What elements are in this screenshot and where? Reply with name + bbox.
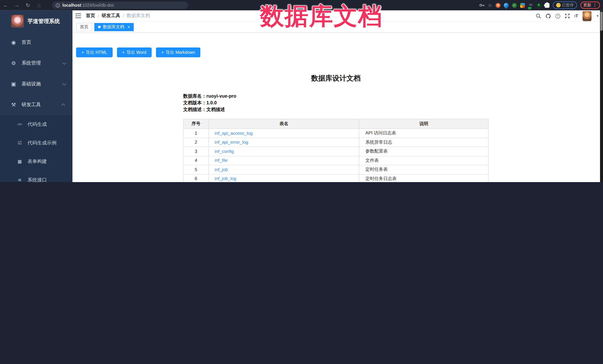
shield-check-icon: ☑ xyxy=(16,140,23,145)
tab-首页[interactable]: 首页 xyxy=(76,23,92,31)
sidebar-item-表单构建[interactable]: ▦表单构建 xyxy=(0,152,72,171)
plus-icon: + xyxy=(81,50,84,55)
sliders-icon: ≋ xyxy=(16,177,23,182)
breadcrumb-item: 数据库文档 xyxy=(127,13,150,19)
user-avatar[interactable] xyxy=(583,11,591,21)
sidebar-item-代码生成示例[interactable]: ☑代码生成示例 xyxy=(0,134,72,152)
sidebar-item-系统管理[interactable]: ⚙系统管理 xyxy=(0,53,72,74)
font-size-icon[interactable]: tT xyxy=(574,13,578,19)
emoji-extension-icon xyxy=(556,3,560,7)
sidebar-item-代码生成[interactable]: </>代码生成 xyxy=(0,115,72,134)
table-name-link[interactable]: inf_api_error_log xyxy=(215,140,248,145)
table-row: 3inf_config参数配置表 xyxy=(183,147,488,156)
url-text[interactable]: localhost:1024/tool/db-doc xyxy=(62,3,114,7)
cell-index: 5 xyxy=(183,165,209,174)
on-badge: on xyxy=(528,7,531,9)
cell-index: 4 xyxy=(183,156,209,165)
gear-icon: ⚙ xyxy=(11,60,17,66)
extension-icon[interactable] xyxy=(520,3,525,8)
address-bar[interactable]: i localhost:1024/tool/db-doc xyxy=(52,1,188,9)
extensions-puzzle-icon[interactable] xyxy=(545,3,549,8)
github-icon[interactable] xyxy=(545,13,551,19)
sidebar-item-label: 系统管理 xyxy=(22,60,62,66)
app-logo-row[interactable]: 芋道管理系统 xyxy=(0,11,72,32)
info-value: 文档描述 xyxy=(206,107,225,112)
table-row: 4inf_file文件表 xyxy=(183,156,488,165)
site-info-icon[interactable]: i xyxy=(56,3,60,7)
chevron-down-icon xyxy=(62,61,66,64)
table-row: 6inf_job_log定时任务日志表 xyxy=(183,174,488,182)
collapse-sidebar-icon[interactable] xyxy=(72,13,84,19)
table-name-link[interactable]: inf_api_access_log xyxy=(215,131,253,136)
close-icon[interactable]: ✕ xyxy=(127,25,130,29)
help-icon[interactable]: ? xyxy=(556,13,560,18)
plus-icon: + xyxy=(161,50,164,55)
document-info-line: 数据库名：ruoyi-vue-pro xyxy=(183,93,603,99)
export-button-导出-word[interactable]: +导出 Word xyxy=(117,47,151,57)
cell-description: 文件表 xyxy=(359,156,488,165)
export-button-row: +导出 HTML+导出 Word+导出 Markdown xyxy=(76,47,603,57)
button-label: 导出 HTML xyxy=(86,50,107,55)
cell-index: 2 xyxy=(183,138,209,147)
extension-icon[interactable]: on xyxy=(528,3,533,8)
browser-menu-icon[interactable]: ⋮ xyxy=(592,3,597,7)
extension-icon[interactable] xyxy=(536,3,541,8)
breadcrumb-item[interactable]: 研发工具 xyxy=(102,13,120,19)
export-button-导出-markdown[interactable]: +导出 Markdown xyxy=(156,47,200,57)
annotation-watermark: 数据库文档 xyxy=(260,0,383,32)
cell-table-name: inf_job xyxy=(209,165,359,174)
extension-icon[interactable] xyxy=(512,3,517,8)
breadcrumb-separator: / xyxy=(123,13,124,18)
sidebar-item-label: 首页 xyxy=(22,39,65,46)
extension-icon[interactable] xyxy=(495,3,500,8)
table-name-link[interactable]: inf_file xyxy=(215,158,228,163)
sidebar-item-label: 系统接口 xyxy=(27,177,47,182)
scrollbar-thumb[interactable] xyxy=(600,11,603,31)
sidebar-item-label: 基础设施 xyxy=(22,81,62,87)
scrollbar-track[interactable] xyxy=(600,11,603,182)
cell-description: API 访问日志表 xyxy=(359,129,488,138)
cell-index: 6 xyxy=(183,174,209,182)
home-icon[interactable]: ⌂ xyxy=(34,2,45,8)
document-title: 数据库设计文档 xyxy=(183,74,488,83)
table-name-link[interactable]: inf_config xyxy=(215,149,234,154)
cell-index: 1 xyxy=(183,129,209,138)
fullscreen-icon[interactable] xyxy=(565,13,570,19)
browser-update-button[interactable]: 更新 ⋮ xyxy=(580,1,600,9)
dashboard-icon: ◉ xyxy=(11,39,17,45)
back-icon[interactable]: ← xyxy=(0,2,11,8)
table-row: 5inf_job定时任务表 xyxy=(183,165,488,174)
sidebar-item-系统接口[interactable]: ≋系统接口 xyxy=(0,171,72,182)
info-label: 文档版本： xyxy=(183,100,206,105)
chevron-down-icon[interactable]: ▼ xyxy=(596,14,599,18)
code-icon: </> xyxy=(16,122,23,126)
table-row: 2inf_api_error_log系统异常日志 xyxy=(183,138,488,147)
tab-数据库文档[interactable]: 数据库文档✕ xyxy=(94,23,134,31)
reload-icon[interactable]: ↻ xyxy=(22,2,34,8)
extension-icon[interactable] xyxy=(503,2,510,9)
password-key-icon[interactable] xyxy=(479,3,485,7)
button-label: 导出 Markdown xyxy=(166,50,195,55)
cell-table-name: inf_api_access_log xyxy=(209,129,359,138)
sidebar-item-基础设施[interactable]: ▣基础设施 xyxy=(0,74,72,94)
active-tab-dot xyxy=(98,26,101,28)
forward-icon[interactable]: → xyxy=(11,2,22,8)
sidebar-item-研发工具[interactable]: ⚒研发工具 xyxy=(0,94,72,115)
app-title: 芋道管理系统 xyxy=(27,18,60,25)
breadcrumb-item[interactable]: 首页 xyxy=(86,13,95,19)
search-icon[interactable] xyxy=(536,13,541,19)
sidebar-item-label: 表单构建 xyxy=(27,158,47,165)
cell-table-name: inf_api_error_log xyxy=(209,138,359,147)
table-name-link[interactable]: inf_job xyxy=(215,167,228,172)
tables-overview-table: 序号表名说明 1inf_api_access_logAPI 访问日志表2inf_… xyxy=(183,119,488,182)
sidebar: 芋道管理系统 ◉首页⚙系统管理▣基础设施⚒研发工具</>代码生成☑代码生成示例▦… xyxy=(0,11,72,182)
bookmark-star-icon[interactable]: ☆ xyxy=(488,2,492,8)
chevron-down-icon xyxy=(62,81,66,85)
info-label: 文档描述： xyxy=(183,107,206,112)
table-name-link[interactable]: inf_job_log xyxy=(215,176,236,181)
breadcrumb: 首页/研发工具/数据库文档 xyxy=(86,13,150,19)
sidebar-item-首页[interactable]: ◉首页 xyxy=(0,32,72,53)
paused-status-pill[interactable]: 已暂停 xyxy=(553,1,577,9)
cell-description: 定时任务日志表 xyxy=(359,174,488,182)
export-button-导出-html[interactable]: +导出 HTML xyxy=(76,47,112,57)
